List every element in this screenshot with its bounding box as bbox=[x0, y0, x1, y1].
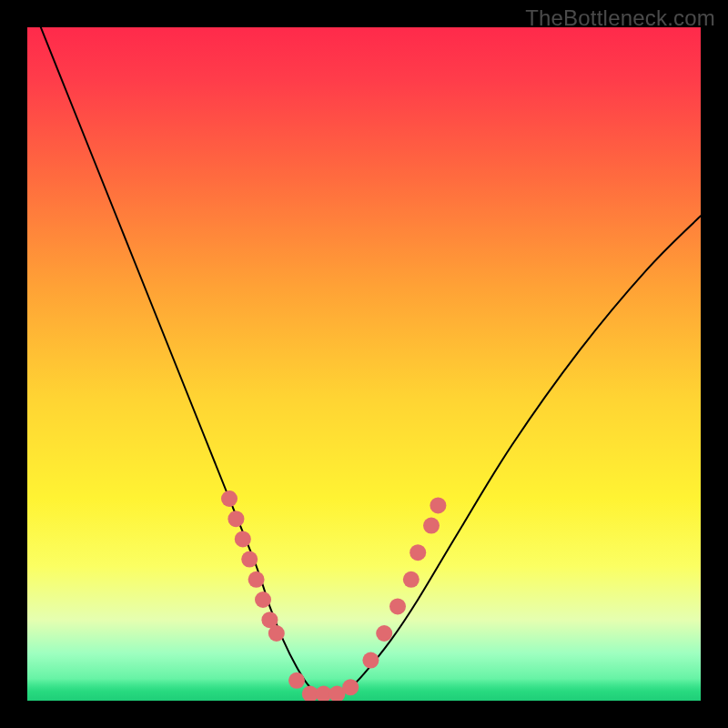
data-point bbox=[410, 544, 426, 561]
data-point bbox=[288, 672, 305, 689]
data-point bbox=[376, 625, 392, 642]
chart-frame: TheBottleneck.com bbox=[0, 0, 728, 728]
data-point bbox=[389, 598, 406, 614]
data-point bbox=[228, 511, 244, 527]
bottleneck-curve bbox=[41, 27, 701, 695]
data-point bbox=[268, 625, 285, 642]
data-point bbox=[241, 551, 258, 568]
data-point bbox=[403, 571, 420, 588]
data-point bbox=[362, 652, 379, 669]
data-points bbox=[221, 490, 446, 701]
chart-svg bbox=[27, 27, 701, 701]
data-point bbox=[430, 497, 446, 513]
data-point bbox=[342, 679, 359, 695]
data-point bbox=[235, 531, 251, 547]
data-point bbox=[221, 490, 238, 507]
data-point bbox=[248, 571, 265, 588]
data-point bbox=[255, 592, 271, 608]
data-point bbox=[423, 518, 440, 534]
plot-area bbox=[27, 27, 701, 701]
